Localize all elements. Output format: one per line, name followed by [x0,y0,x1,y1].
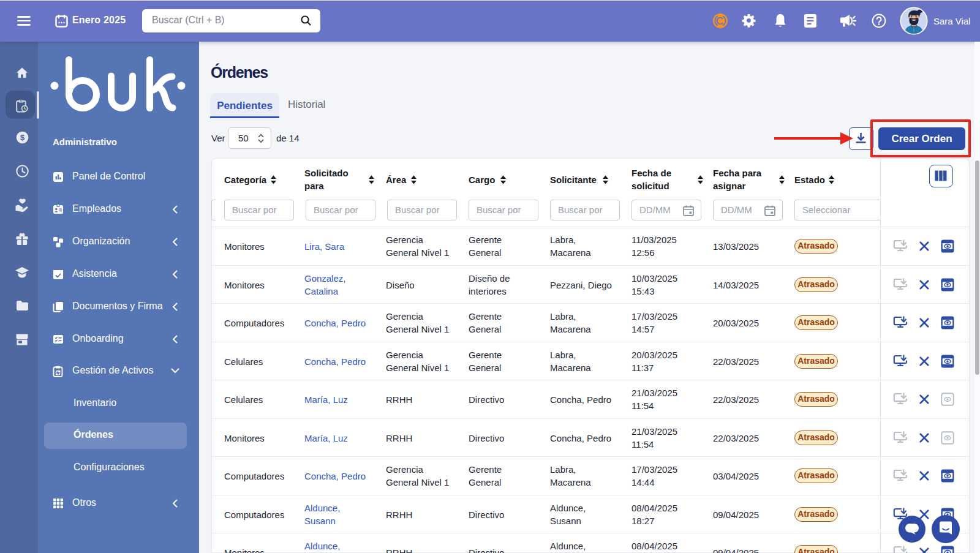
svg-text:$: $ [20,133,25,142]
